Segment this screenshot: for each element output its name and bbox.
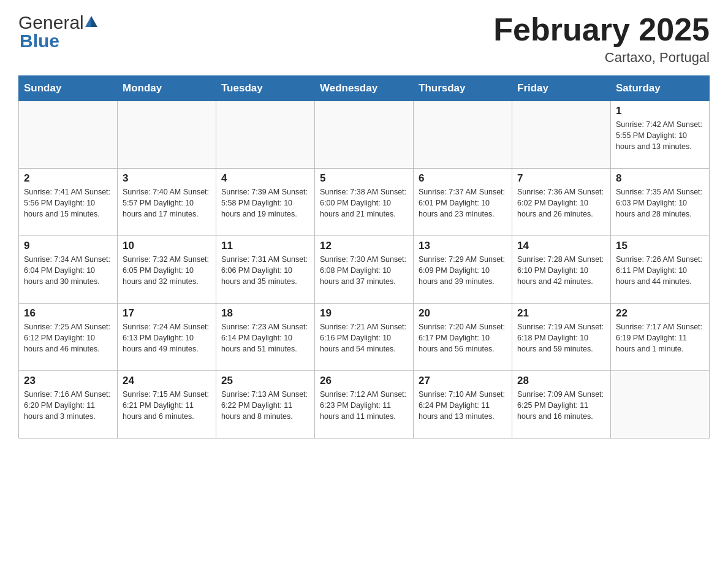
table-row: 11Sunrise: 7:31 AM Sunset: 6:06 PM Dayli… [216, 236, 315, 304]
table-row [414, 101, 512, 169]
day-number: 27 [419, 375, 507, 387]
table-row [216, 101, 315, 169]
day-number: 7 [517, 172, 605, 185]
day-info: Sunrise: 7:31 AM Sunset: 6:06 PM Dayligh… [221, 254, 309, 287]
table-row [512, 101, 611, 169]
day-number: 22 [616, 307, 704, 320]
table-row: 5Sunrise: 7:38 AM Sunset: 6:00 PM Daylig… [315, 169, 414, 236]
header-friday: Friday [512, 76, 611, 101]
calendar-subtitle: Cartaxo, Portugal [493, 50, 710, 66]
logo-triangle-icon [85, 16, 91, 27]
day-info: Sunrise: 7:23 AM Sunset: 6:14 PM Dayligh… [221, 321, 309, 354]
day-number: 1 [616, 105, 704, 117]
table-row: 14Sunrise: 7:28 AM Sunset: 6:10 PM Dayli… [512, 236, 611, 304]
table-row [315, 101, 414, 169]
table-row: 12Sunrise: 7:30 AM Sunset: 6:08 PM Dayli… [315, 236, 414, 304]
day-number: 18 [221, 307, 309, 320]
logo-blue-text: Blue [20, 31, 97, 52]
day-info: Sunrise: 7:42 AM Sunset: 5:55 PM Dayligh… [616, 119, 704, 152]
day-info: Sunrise: 7:12 AM Sunset: 6:23 PM Dayligh… [320, 389, 408, 422]
table-row: 19Sunrise: 7:21 AM Sunset: 6:16 PM Dayli… [315, 304, 414, 371]
table-row: 16Sunrise: 7:25 AM Sunset: 6:12 PM Dayli… [19, 304, 118, 371]
calendar-week-row: 2Sunrise: 7:41 AM Sunset: 5:56 PM Daylig… [19, 169, 710, 236]
table-row: 1Sunrise: 7:42 AM Sunset: 5:55 PM Daylig… [611, 101, 710, 169]
title-block: February 2025 Cartaxo, Portugal [493, 12, 710, 66]
day-info: Sunrise: 7:38 AM Sunset: 6:00 PM Dayligh… [320, 186, 408, 220]
day-info: Sunrise: 7:39 AM Sunset: 5:58 PM Dayligh… [221, 186, 309, 220]
logo-triangle2-icon [91, 16, 97, 27]
table-row: 18Sunrise: 7:23 AM Sunset: 6:14 PM Dayli… [216, 304, 315, 371]
day-number: 19 [320, 307, 408, 320]
day-number: 25 [221, 375, 309, 387]
day-number: 20 [419, 307, 507, 320]
calendar-week-row: 9Sunrise: 7:34 AM Sunset: 6:04 PM Daylig… [19, 236, 710, 304]
day-info: Sunrise: 7:21 AM Sunset: 6:16 PM Dayligh… [320, 321, 408, 354]
day-info: Sunrise: 7:36 AM Sunset: 6:02 PM Dayligh… [517, 186, 605, 220]
table-row [118, 101, 216, 169]
day-info: Sunrise: 7:16 AM Sunset: 6:20 PM Dayligh… [24, 389, 112, 422]
table-row: 7Sunrise: 7:36 AM Sunset: 6:02 PM Daylig… [512, 169, 611, 236]
table-row: 8Sunrise: 7:35 AM Sunset: 6:03 PM Daylig… [611, 169, 710, 236]
table-row: 17Sunrise: 7:24 AM Sunset: 6:13 PM Dayli… [118, 304, 216, 371]
day-number: 21 [517, 307, 605, 320]
logo: General Blue [18, 12, 97, 52]
day-number: 14 [517, 240, 605, 252]
table-row: 23Sunrise: 7:16 AM Sunset: 6:20 PM Dayli… [19, 371, 118, 439]
day-number: 15 [616, 240, 704, 252]
day-number: 23 [24, 375, 112, 387]
day-info: Sunrise: 7:17 AM Sunset: 6:19 PM Dayligh… [616, 321, 704, 354]
calendar-week-row: 16Sunrise: 7:25 AM Sunset: 6:12 PM Dayli… [19, 304, 710, 371]
day-number: 28 [517, 375, 605, 387]
day-number: 26 [320, 375, 408, 387]
table-row: 22Sunrise: 7:17 AM Sunset: 6:19 PM Dayli… [611, 304, 710, 371]
day-number: 5 [320, 172, 408, 185]
day-info: Sunrise: 7:30 AM Sunset: 6:08 PM Dayligh… [320, 254, 408, 287]
table-row: 25Sunrise: 7:13 AM Sunset: 6:22 PM Dayli… [216, 371, 315, 439]
table-row [611, 371, 710, 439]
header-monday: Monday [118, 76, 216, 101]
table-row: 3Sunrise: 7:40 AM Sunset: 5:57 PM Daylig… [118, 169, 216, 236]
header-saturday: Saturday [611, 76, 710, 101]
day-info: Sunrise: 7:32 AM Sunset: 6:05 PM Dayligh… [123, 254, 211, 287]
day-number: 2 [24, 172, 112, 185]
day-info: Sunrise: 7:37 AM Sunset: 6:01 PM Dayligh… [419, 186, 507, 220]
day-number: 11 [221, 240, 309, 252]
day-info: Sunrise: 7:13 AM Sunset: 6:22 PM Dayligh… [221, 389, 309, 422]
header-sunday: Sunday [19, 76, 118, 101]
day-number: 8 [616, 172, 704, 185]
day-info: Sunrise: 7:28 AM Sunset: 6:10 PM Dayligh… [517, 254, 605, 287]
calendar-table: Sunday Monday Tuesday Wednesday Thursday… [18, 75, 710, 439]
header-thursday: Thursday [414, 76, 512, 101]
day-info: Sunrise: 7:24 AM Sunset: 6:13 PM Dayligh… [123, 321, 211, 354]
table-row: 24Sunrise: 7:15 AM Sunset: 6:21 PM Dayli… [118, 371, 216, 439]
calendar-week-row: 1Sunrise: 7:42 AM Sunset: 5:55 PM Daylig… [19, 101, 710, 169]
table-row: 13Sunrise: 7:29 AM Sunset: 6:09 PM Dayli… [414, 236, 512, 304]
day-number: 17 [123, 307, 211, 320]
day-number: 13 [419, 240, 507, 252]
table-row: 4Sunrise: 7:39 AM Sunset: 5:58 PM Daylig… [216, 169, 315, 236]
day-number: 6 [419, 172, 507, 185]
calendar-title: February 2025 [493, 12, 710, 47]
weekday-header-row: Sunday Monday Tuesday Wednesday Thursday… [19, 76, 710, 101]
day-number: 9 [24, 240, 112, 252]
table-row: 27Sunrise: 7:10 AM Sunset: 6:24 PM Dayli… [414, 371, 512, 439]
day-info: Sunrise: 7:35 AM Sunset: 6:03 PM Dayligh… [616, 186, 704, 220]
day-number: 24 [123, 375, 211, 387]
day-number: 16 [24, 307, 112, 320]
table-row: 10Sunrise: 7:32 AM Sunset: 6:05 PM Dayli… [118, 236, 216, 304]
header-tuesday: Tuesday [216, 76, 315, 101]
table-row: 28Sunrise: 7:09 AM Sunset: 6:25 PM Dayli… [512, 371, 611, 439]
day-number: 3 [123, 172, 211, 185]
day-info: Sunrise: 7:19 AM Sunset: 6:18 PM Dayligh… [517, 321, 605, 354]
day-info: Sunrise: 7:40 AM Sunset: 5:57 PM Dayligh… [123, 186, 211, 220]
day-info: Sunrise: 7:29 AM Sunset: 6:09 PM Dayligh… [419, 254, 507, 287]
calendar-week-row: 23Sunrise: 7:16 AM Sunset: 6:20 PM Dayli… [19, 371, 710, 439]
day-info: Sunrise: 7:34 AM Sunset: 6:04 PM Dayligh… [24, 254, 112, 287]
page-header: General Blue February 2025 Cartaxo, Port… [18, 12, 710, 66]
day-info: Sunrise: 7:15 AM Sunset: 6:21 PM Dayligh… [123, 389, 211, 422]
day-info: Sunrise: 7:10 AM Sunset: 6:24 PM Dayligh… [419, 389, 507, 422]
table-row: 6Sunrise: 7:37 AM Sunset: 6:01 PM Daylig… [414, 169, 512, 236]
table-row: 9Sunrise: 7:34 AM Sunset: 6:04 PM Daylig… [19, 236, 118, 304]
day-info: Sunrise: 7:26 AM Sunset: 6:11 PM Dayligh… [616, 254, 704, 287]
table-row: 20Sunrise: 7:20 AM Sunset: 6:17 PM Dayli… [414, 304, 512, 371]
